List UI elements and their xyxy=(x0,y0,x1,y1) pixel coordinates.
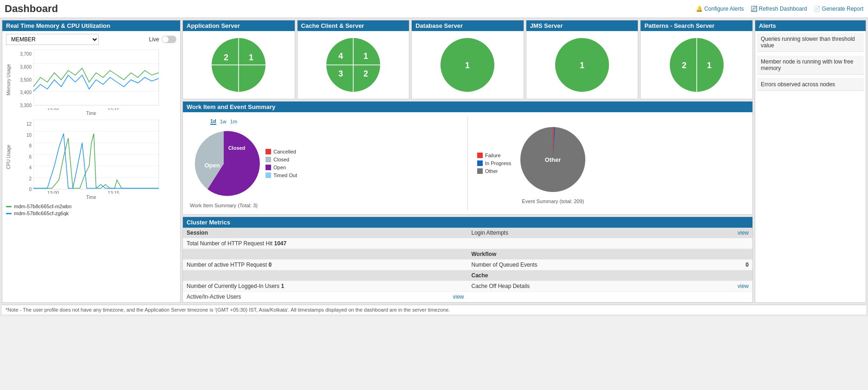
chart-legend: mdm-57b8c665cf-m2wbn mdm-57b8c665cf-zg6q… xyxy=(2,202,180,220)
logged-in-label: Number of Currently Logged-In Users 1 xyxy=(183,281,468,292)
cache-offheap-view[interactable]: view xyxy=(738,283,749,289)
jms-server-panel: JMS Server 1 xyxy=(526,20,639,99)
svg-text:2: 2 xyxy=(224,53,228,62)
svg-text:2: 2 xyxy=(363,69,368,78)
db-server-panel: Database Server 1 xyxy=(411,20,524,99)
live-label: Live xyxy=(149,36,159,43)
svg-text:Open: Open xyxy=(204,162,220,169)
patterns-server-panel: Patterns - Search Server 2 1 xyxy=(640,20,753,99)
cache-header: Cache xyxy=(468,270,753,281)
footer-note: *Note - The user profile does not have a… xyxy=(2,305,866,314)
toggle-knob xyxy=(162,36,168,43)
timedout-box xyxy=(266,173,271,178)
event-summary-section: Failure In Progress Other xyxy=(477,122,749,204)
cache-offheap: Cache Off Heap Details view xyxy=(468,281,753,292)
db-server-chart: 1 xyxy=(437,35,498,95)
work-item-panel: Work Item and Event Summary 1d 1w 1m xyxy=(182,101,753,215)
app-server-panel: Application Server 2 1 xyxy=(182,20,295,99)
cache-header-empty xyxy=(183,270,468,281)
page-title: Dashboard xyxy=(5,3,58,15)
session-header: Session xyxy=(183,228,468,238)
alert-item-2: Member node is running with low free mem… xyxy=(757,56,864,75)
open-box xyxy=(266,165,271,170)
svg-text:Other: Other xyxy=(545,156,561,163)
cache-server-panel: Cache Client & Server 4 1 3 2 xyxy=(297,20,410,99)
svg-text:13:15: 13:15 xyxy=(108,191,119,194)
tab-1d[interactable]: 1d xyxy=(210,118,216,125)
db-server-title: Database Server xyxy=(412,20,524,31)
separator xyxy=(467,116,468,211)
svg-text:1: 1 xyxy=(363,51,368,61)
configure-alerts-link[interactable]: 🔔 Configure Alerts xyxy=(696,6,744,12)
work-item-pie: Open Closed xyxy=(187,127,261,201)
memory-y-label: Memory Usage xyxy=(6,64,11,96)
memory-chart-wrapper: Memory Usage 3,700 3,600 3,500 3,400 3,3… xyxy=(6,50,176,110)
live-toggle-switch[interactable] xyxy=(162,36,176,43)
svg-text:Closed: Closed xyxy=(228,145,246,151)
active-inactive-view[interactable]: view xyxy=(453,294,464,300)
alert-item-1: Queries running slower than threshold va… xyxy=(757,33,864,52)
cpu-x-label: Time xyxy=(6,195,176,200)
http-request-val xyxy=(468,238,753,249)
memory-cpu-title: Real Time Memory & CPU Utilization xyxy=(2,20,180,31)
cache-header-row: Cache xyxy=(183,270,752,281)
member-select[interactable]: MEMBER xyxy=(6,34,99,45)
alert-item-3: Errors observed across nodes xyxy=(757,78,864,91)
active-inactive-val xyxy=(468,292,753,302)
wi-legend-cancelled: Cancelled xyxy=(266,149,297,154)
svg-text:1: 1 xyxy=(249,53,253,62)
legend-dot-green xyxy=(6,206,12,207)
jms-server-chart: 1 xyxy=(552,35,612,95)
wi-legend-open: Open xyxy=(266,165,297,170)
inprogress-box xyxy=(477,160,483,166)
wi-tabs: 1d 1w 1m xyxy=(210,118,237,125)
cpu-chart-area: CPU Usage 12 10 8 6 4 2 0 xyxy=(2,118,180,202)
patterns-server-chart: 2 1 xyxy=(667,35,727,95)
legend-item-1: mdm-57b8c665cf-m2wbn xyxy=(6,204,176,209)
svg-text:13:00: 13:00 xyxy=(47,108,59,110)
bell-icon: 🔔 xyxy=(696,6,703,12)
event-legend-other: Other xyxy=(477,168,511,174)
tab-1w[interactable]: 1w xyxy=(220,119,227,124)
svg-text:4: 4 xyxy=(338,51,343,61)
svg-text:3: 3 xyxy=(338,69,343,78)
closed-box xyxy=(266,157,271,162)
event-summary-pie: Other xyxy=(516,122,590,197)
http-request-label: Total Number of HTTP Request Hit 1047 xyxy=(183,238,468,249)
cache-server-chart: 4 1 3 2 xyxy=(323,35,383,95)
wi-legend-closed: Closed xyxy=(266,157,297,162)
cluster-metrics-panel: Cluster Metrics Session Login Attempts v… xyxy=(182,217,753,303)
cpu-chart-wrapper: CPU Usage 12 10 8 6 4 2 0 xyxy=(6,120,176,194)
memory-svg: 13:00 13:15 xyxy=(33,50,176,110)
left-panel: Real Time Memory & CPU Utilization MEMBE… xyxy=(2,20,181,303)
login-attempts-header: Login Attempts view xyxy=(468,228,753,238)
active-http-label: Number of active HTTP Request 0 xyxy=(183,260,468,270)
alerts-panel: Alerts Queries running slower than thres… xyxy=(755,20,866,303)
report-icon: 📄 xyxy=(814,6,821,12)
event-subtitle: Event Summary (total: 209) xyxy=(522,198,584,204)
workflow-header: Workflow xyxy=(468,249,753,260)
server-panels-row: Application Server 2 1 Cache Client & Se… xyxy=(182,20,753,99)
cancelled-box xyxy=(266,149,271,154)
event-legend-failure: Failure xyxy=(477,153,511,158)
live-toggle: Live xyxy=(149,36,176,43)
wi-subtitle: Work Item Summary (Total: 3) xyxy=(190,203,258,208)
failure-box xyxy=(477,153,483,158)
active-inactive-label: Active/In-Active Users view xyxy=(183,292,468,302)
login-attempts-view[interactable]: view xyxy=(738,230,749,236)
generate-report-link[interactable]: 📄 Generate Report xyxy=(814,6,863,12)
app-server-title: Application Server xyxy=(183,20,295,31)
cpu-y-label: CPU Usage xyxy=(6,145,11,169)
memory-y-axis: 3,700 3,600 3,500 3,400 3,300 xyxy=(14,50,32,110)
wi-chart-container: 1d 1w 1m Open Closed Work Item Summary (… xyxy=(187,118,261,208)
alerts-title: Alerts xyxy=(755,20,866,31)
active-inactive-row: Active/In-Active Users view xyxy=(183,292,752,302)
tab-1m[interactable]: 1m xyxy=(230,119,237,124)
refresh-dashboard-link[interactable]: 🔄 Refresh Dashboard xyxy=(751,6,807,12)
legend-dot-blue xyxy=(6,213,12,214)
logged-in-row: Number of Currently Logged-In Users 1 Ca… xyxy=(183,281,752,292)
app-server-chart: 2 1 xyxy=(208,35,269,95)
event-chart-container: Other Event Summary (total: 209) xyxy=(516,122,590,204)
top-bar-actions: 🔔 Configure Alerts 🔄 Refresh Dashboard 📄… xyxy=(696,6,863,12)
event-legend: Failure In Progress Other xyxy=(477,153,511,174)
